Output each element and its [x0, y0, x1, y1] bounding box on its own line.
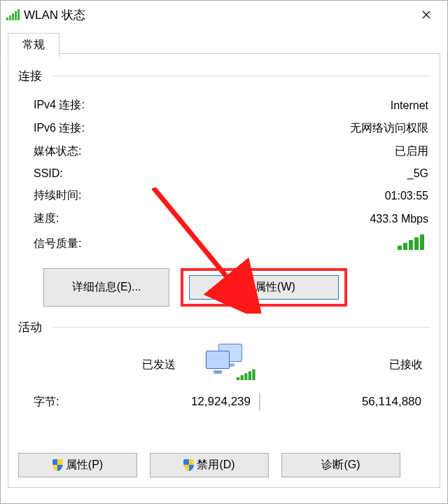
annotation-highlight: 无线属性(W)	[181, 268, 347, 307]
signal-quality-label: 信号质量:	[34, 237, 111, 251]
speed-label: 速度:	[34, 211, 111, 226]
received-label: 已接收	[265, 358, 430, 372]
speed-value: 433.3 Mbps	[111, 213, 430, 225]
connection-heading: 连接	[18, 68, 52, 84]
shield-icon	[183, 459, 194, 471]
activity-heading: 活动	[18, 319, 52, 335]
sent-label: 已发送	[18, 358, 195, 372]
monitor-front-icon	[206, 351, 230, 369]
titlebar: WLAN 状态	[1, 1, 447, 29]
media-state-label: 媒体状态:	[34, 144, 111, 159]
activity-icon	[195, 348, 265, 382]
signal-quality-value	[111, 234, 430, 253]
activity-columns: 已发送 已接收	[18, 346, 430, 386]
media-state-value: 已启用	[111, 144, 430, 159]
duration-label: 持续时间:	[34, 188, 111, 203]
bytes-row: 字节: 12,924,239 56,114,880	[18, 386, 430, 411]
disable-button[interactable]: 禁用(D)	[150, 453, 269, 477]
connection-buttons-row: 详细信息(E)... 无线属性(W)	[18, 258, 430, 315]
ipv4-label: IPv4 连接:	[34, 98, 111, 113]
section-connection-head: 连接	[18, 68, 430, 84]
diagnose-button[interactable]: 诊断(G)	[281, 453, 400, 477]
ipv6-value: 无网络访问权限	[111, 121, 430, 136]
tabpanel-general: 连接 IPv4 连接: Internet IPv6 连接: 无网络访问权限 媒体…	[8, 54, 440, 488]
window-title: WLAN 状态	[24, 7, 85, 23]
properties-button-label: 属性(P)	[66, 458, 103, 472]
section-activity-head: 活动	[18, 319, 430, 335]
details-button[interactable]: 详细信息(E)...	[43, 268, 169, 307]
close-button[interactable]	[411, 4, 442, 26]
disable-button-label: 禁用(D)	[197, 458, 234, 472]
activity-signal-icon	[237, 370, 255, 380]
tab-general[interactable]: 常规	[8, 33, 59, 57]
ipv6-label: IPv6 连接:	[34, 121, 111, 136]
shield-icon	[52, 459, 63, 471]
ipv4-value: Internet	[111, 99, 430, 112]
wireless-properties-button[interactable]: 无线属性(W)	[189, 275, 339, 300]
bottom-actions: 属性(P) 禁用(D) 诊断(G)	[18, 453, 430, 477]
ssid-value: _5G	[111, 167, 430, 180]
diagnose-button-label: 诊断(G)	[321, 458, 360, 472]
ssid-label: SSID:	[34, 167, 111, 180]
properties-button[interactable]: 属性(P)	[18, 453, 137, 477]
bytes-sent-value: 12,924,239	[90, 395, 259, 409]
duration-value: 01:03:55	[111, 190, 430, 202]
tabstrip: 常规	[8, 29, 440, 54]
bytes-recv-value: 56,114,880	[260, 395, 430, 409]
bytes-label: 字节:	[34, 395, 90, 410]
signal-bars-icon	[398, 234, 424, 250]
wlan-signal-icon	[6, 9, 20, 20]
close-icon	[422, 10, 430, 19]
